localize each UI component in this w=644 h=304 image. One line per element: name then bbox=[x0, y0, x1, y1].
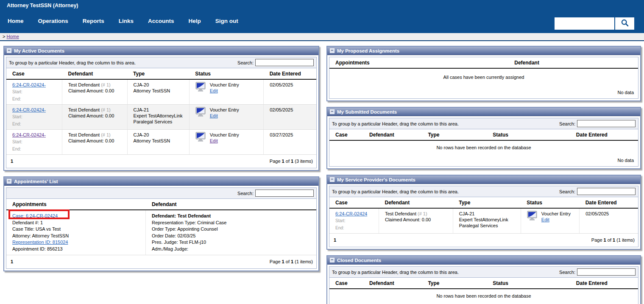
voucher-computer-icon bbox=[195, 82, 206, 93]
edit-link[interactable]: Edit bbox=[210, 138, 218, 143]
column-header-appointments[interactable]: Appointments bbox=[329, 57, 508, 68]
pager: 1 Page 1 of 1 (1 items) bbox=[6, 255, 316, 268]
end-label: End: bbox=[12, 96, 59, 102]
column-header-type[interactable]: Type bbox=[422, 129, 487, 140]
column-header-defendant[interactable]: Defendant bbox=[363, 278, 422, 289]
closed-documents-search-input[interactable] bbox=[577, 268, 636, 276]
column-header-case[interactable]: Case bbox=[6, 68, 62, 79]
column-header-status[interactable]: Status bbox=[189, 68, 263, 79]
case-link[interactable]: 6:24-CR-02424 bbox=[335, 211, 367, 216]
pager-page-1[interactable]: 1 bbox=[11, 259, 13, 264]
active-documents-search-input[interactable] bbox=[255, 59, 314, 66]
voucher-provider: Attorney TestSSN bbox=[134, 88, 187, 94]
status-text: Voucher Entry bbox=[541, 211, 571, 217]
column-header-appointments[interactable]: Appointments bbox=[6, 199, 146, 209]
column-header-type[interactable]: Type bbox=[422, 278, 487, 289]
end-label: End: bbox=[12, 121, 59, 127]
appointments-search-input[interactable] bbox=[255, 190, 314, 197]
collapse-icon[interactable]: − bbox=[330, 258, 335, 262]
column-header-case[interactable]: Case bbox=[329, 129, 363, 140]
panel-closed-documents: − Closed Documents To group by a particu… bbox=[326, 255, 641, 304]
voucher-provider-2: Paralegal Services bbox=[459, 223, 518, 229]
column-header-case[interactable]: Case bbox=[329, 278, 363, 289]
column-header-defendant[interactable]: Defendant bbox=[146, 199, 316, 209]
panel-title: Appointments' List bbox=[14, 179, 58, 184]
pager-page-1[interactable]: 1 bbox=[11, 159, 13, 164]
end-label: End: bbox=[12, 146, 59, 152]
top-navigation-bar: Attorney TestSSN (Attorney) Home Operati… bbox=[0, 0, 644, 33]
edit-link[interactable]: Edit bbox=[210, 113, 218, 118]
panel-title: Closed Documents bbox=[337, 258, 381, 263]
status-text: Voucher Entry bbox=[210, 132, 239, 138]
panel-my-active-documents: − My Active Documents To group by a part… bbox=[3, 46, 319, 171]
collapse-icon[interactable]: − bbox=[7, 179, 11, 184]
column-header-defendant[interactable]: Defendant bbox=[62, 68, 128, 79]
column-header-defendant[interactable]: Defendant bbox=[508, 57, 638, 68]
global-search-input[interactable] bbox=[555, 17, 614, 30]
case-link[interactable]: 6:24-CR-02424- bbox=[12, 82, 46, 87]
column-header-status[interactable]: Status bbox=[521, 197, 579, 208]
case-link[interactable]: 6:24-CR-02424- bbox=[12, 107, 46, 112]
nav-item-accounts[interactable]: Accounts bbox=[148, 18, 174, 24]
table-header-row: Case Defendant Type Status Date Entered bbox=[329, 278, 638, 289]
representation-id-link[interactable]: Representation ID: 815024 bbox=[12, 240, 68, 245]
breadcrumb-home-link[interactable]: Home bbox=[7, 34, 19, 39]
appointment-id-line: Appointment ID: 856213 bbox=[12, 246, 143, 253]
global-search-button[interactable] bbox=[615, 17, 634, 30]
empty-message: No rows have been recorded on the databa… bbox=[329, 141, 638, 151]
no-data-label: No data bbox=[329, 151, 638, 166]
column-header-defendant[interactable]: Defendant bbox=[379, 197, 453, 208]
case-link[interactable]: 6:24-CR-02424- bbox=[12, 132, 46, 137]
search-icon bbox=[621, 19, 629, 28]
grid-toolbar: Search: bbox=[6, 188, 316, 199]
collapse-icon[interactable]: − bbox=[330, 48, 335, 53]
defendant-name: Test Defendant bbox=[68, 107, 100, 112]
nav-item-links[interactable]: Links bbox=[119, 18, 134, 24]
voucher-computer-icon bbox=[195, 132, 206, 143]
column-header-status[interactable]: Status bbox=[487, 278, 570, 289]
nav-item-help[interactable]: Help bbox=[189, 18, 201, 24]
start-label: Start: bbox=[12, 139, 59, 145]
column-header-status[interactable]: Status bbox=[487, 129, 570, 140]
edit-link[interactable]: Edit bbox=[210, 88, 218, 93]
edit-link[interactable]: Edit bbox=[541, 217, 549, 222]
defendant-line: Defendant: Test Defendant bbox=[152, 213, 314, 220]
search-label: Search: bbox=[559, 270, 575, 275]
column-header-date-entered[interactable]: Date Entered bbox=[570, 129, 638, 140]
column-header-type[interactable]: Type bbox=[453, 197, 521, 208]
nav-item-home[interactable]: Home bbox=[8, 18, 24, 24]
panel-title: My Active Documents bbox=[14, 48, 64, 53]
service-provider-search-input[interactable] bbox=[577, 188, 636, 195]
submitted-documents-search-input[interactable] bbox=[577, 120, 636, 127]
column-header-date-entered[interactable]: Date Entered bbox=[570, 278, 638, 289]
claimed-amount: Claimed Amount: 0.00 bbox=[68, 113, 125, 119]
date-entered: 02/05/2025 bbox=[264, 105, 316, 130]
panel-title: My Service Provider's Documents bbox=[337, 177, 415, 182]
claimed-amount: Claimed Amount: 0.00 bbox=[68, 88, 125, 94]
column-header-defendant[interactable]: Defendant bbox=[363, 129, 422, 140]
empty-message: No rows have been recorded on the databa… bbox=[329, 289, 638, 299]
table-header-row: Appointments Defendant bbox=[329, 57, 638, 69]
collapse-icon[interactable]: − bbox=[7, 48, 11, 53]
collapse-icon[interactable]: − bbox=[330, 177, 335, 182]
grid-toolbar: To group by a particular Header, drag th… bbox=[6, 57, 316, 68]
appointment-case-link[interactable]: Case: 6:24-CR-02424 bbox=[12, 213, 58, 218]
defendant-name: Test Defendant bbox=[68, 82, 100, 87]
nav-item-operations[interactable]: Operations bbox=[38, 18, 68, 24]
column-header-date-entered[interactable]: Date Entered bbox=[580, 197, 638, 208]
table-header-row: Case Defendant Type Status Date Entered bbox=[329, 197, 638, 208]
column-header-date-entered[interactable]: Date Entered bbox=[264, 68, 316, 79]
appointment-row: Case: 6:24-CR-02424 Defendant #: 1 Case … bbox=[6, 210, 316, 255]
pager-info: Page 1 of 1 (1 items) bbox=[270, 259, 313, 264]
column-header-type[interactable]: Type bbox=[127, 68, 189, 79]
column-header-case[interactable]: Case bbox=[329, 197, 379, 208]
nav-item-reports[interactable]: Reports bbox=[83, 18, 104, 24]
pager-page-1[interactable]: 1 bbox=[334, 237, 336, 243]
nav-item-signout[interactable]: Sign out bbox=[215, 18, 238, 24]
presiding-judge-line: Pres. Judge: Test FLM-j10 bbox=[152, 239, 314, 246]
breadcrumb: > Home bbox=[0, 33, 644, 41]
main-menu: Home Operations Reports Links Accounts H… bbox=[0, 8, 644, 24]
collapse-icon[interactable]: − bbox=[330, 109, 335, 114]
voucher-computer-icon bbox=[527, 211, 538, 222]
panel-title: My Proposed Assignments bbox=[337, 48, 399, 53]
